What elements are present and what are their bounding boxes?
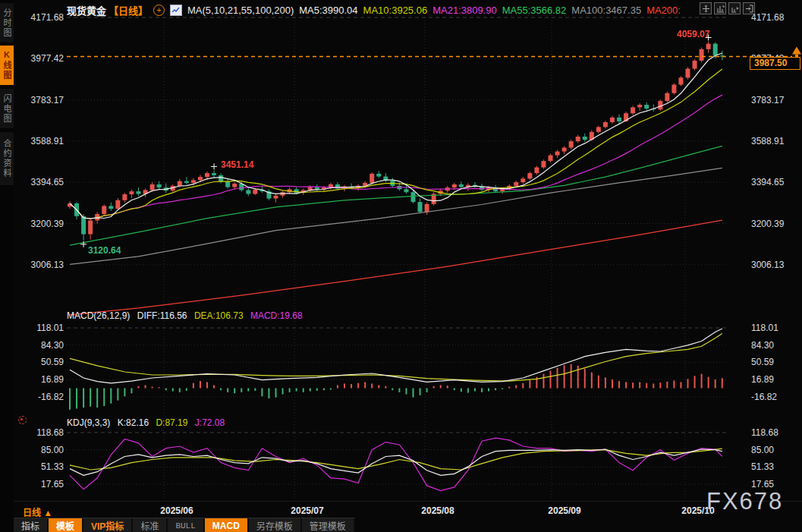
kdj-title: KDJ(9,3,3) <box>67 417 110 428</box>
tab-kline-chart[interactable]: K线图 <box>0 46 14 85</box>
ma10-value: MA10:3925.06 <box>363 5 428 16</box>
tab-flash-chart[interactable]: 闪电图 <box>0 89 14 128</box>
chart-header: 现货黄金 【日线】 + MA(5,10,21,55,100,200) MA5:3… <box>67 2 681 17</box>
trading-app-window: { "header": { "title": "现货黄金", "period":… <box>0 0 802 532</box>
macd-dea-value: DEA:106.73 <box>194 310 244 321</box>
ma200-value: MA200: <box>646 5 681 16</box>
indicator-next-icon[interactable] <box>728 2 741 14</box>
toolbar-manage-template-button[interactable]: 管理模板 <box>302 518 354 532</box>
ma5-value: MA5:3990.04 <box>299 5 357 16</box>
toolbar-standard-button[interactable]: 标准 <box>133 518 166 532</box>
kdj-k-value: K:82.16 <box>118 417 149 428</box>
ma-settings-label: MA(5,10,21,55,100,200) <box>187 5 294 16</box>
window-icon-group <box>700 2 755 14</box>
fx678-watermark: FX678 <box>706 488 783 515</box>
toolbar-bull-button[interactable]: BULL <box>168 518 203 532</box>
toolbar-indicators-button[interactable]: 指标 <box>14 518 47 532</box>
instrument-title: 现货黄金 <box>67 3 106 17</box>
indicator-settings-icon[interactable] <box>18 416 27 424</box>
toolbar-template-button[interactable]: 模板 <box>49 518 82 532</box>
ma55-value: MA55:3566.82 <box>502 5 567 16</box>
ma21-value: MA21:3809.90 <box>432 5 497 16</box>
chart-plot-area[interactable] <box>0 0 802 532</box>
tab-time-chart[interactable]: 分时图 <box>0 3 14 42</box>
swing-high-callout: 3451.14 <box>221 159 253 170</box>
period-tag: 【日线】 <box>109 3 148 17</box>
kdj-d-value: D:87.19 <box>156 417 187 428</box>
kdj-header: KDJ(9,3,3) K:82.16 D:87.19 J:72.08 <box>67 417 229 428</box>
tab-contract-info[interactable]: 合约资料 <box>0 132 14 185</box>
ma100-value: MA100:3467.35 <box>571 5 641 16</box>
indicator-up-icon[interactable] <box>714 2 726 14</box>
macd-header: MACD(26,12,9) DIFF:116.56 DEA:106.73 MAC… <box>67 310 307 321</box>
high-price-callout: 4059.07 <box>677 29 709 39</box>
move-icon[interactable] <box>700 2 712 14</box>
candlestick-chart-icon[interactable] <box>170 5 182 16</box>
kdj-j-value: J:72.08 <box>195 417 225 428</box>
left-tab-rail: 分时图 K线图 闪电图 合约资料 <box>0 0 14 532</box>
toolbar-macd-button[interactable]: MACD <box>205 518 247 532</box>
exit-icon[interactable] <box>743 2 755 14</box>
last-price-tag: 3987.50 <box>750 57 800 70</box>
macd-title: MACD(26,12,9) <box>67 310 130 321</box>
macd-value: MACD:19.68 <box>250 310 303 321</box>
toolbar-vip-indicator-button[interactable]: VIP指标 <box>83 518 131 532</box>
toolbar-save-template-button[interactable]: 另存模板 <box>249 518 300 532</box>
indicator-toolbar: 指标 模板 VIP指标 标准 BULL MACD 另存模板 管理模板 <box>14 518 355 532</box>
macd-diff-value: DIFF:116.56 <box>137 310 187 321</box>
add-instrument-icon[interactable]: + <box>153 5 165 16</box>
low-price-callout: 3120.64 <box>88 245 121 256</box>
